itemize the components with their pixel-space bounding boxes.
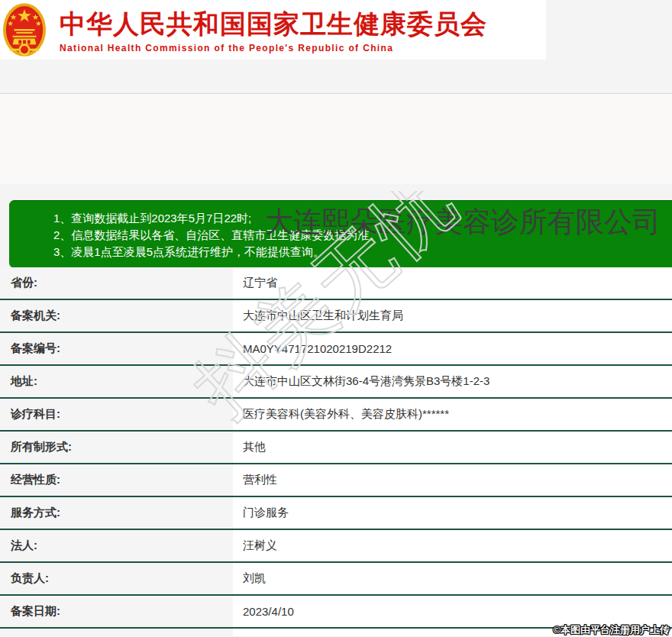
field-value: 其他: [233, 432, 672, 463]
table-row-service-mode: 服务方式: 门诊服务: [0, 497, 672, 530]
table-row-ownership-type: 所有制形式: 其他: [0, 432, 672, 464]
table-row-medical-subjects: 诊疗科目: 医疗美容科(美容外科、美容皮肤科)******: [0, 399, 672, 432]
field-value: 门诊服务: [233, 497, 672, 529]
site-header: 中华人民共和国国家卫生健康委员会 National Health Commiss…: [0, 0, 546, 60]
table-row-province: 省份: 辽宁省: [0, 267, 672, 300]
field-value: 医疗美容科(美容外科、美容皮肤科)******: [233, 399, 672, 430]
site-title-english: National Health Commission of the People…: [60, 43, 541, 53]
field-label: 诊疗科目:: [0, 399, 233, 430]
field-label: 备案机关:: [0, 300, 233, 331]
field-value: 刘凯: [233, 563, 672, 594]
table-row-person-in-charge: 负责人: 刘凯: [0, 563, 672, 596]
field-value: 大连市中山区卫生和计划生育局: [233, 300, 672, 331]
table-row-filing-number: 备案编号: MA0YY471721020219D2212: [0, 333, 672, 366]
field-label: 服务方式:: [0, 497, 233, 529]
notice-band: 1、查询数据截止到2023年5月7日22时; 2、信息数据结果以各省、自治区、直…: [0, 93, 672, 184]
image-attribution-stamp: ©本图由平台注册用户上传: [553, 623, 670, 637]
notice-line-3: 3、凌晨1点至凌晨5点系统进行维护，不能提供查询。: [53, 244, 672, 260]
field-label: 备案日期:: [0, 596, 233, 627]
field-value: 营利性: [233, 464, 672, 496]
field-label: 负责人:: [0, 563, 233, 594]
registration-detail-table: 省份: 辽宁省 备案机关: 大连市中山区卫生和计划生育局 备案编号: MA0YY…: [0, 267, 672, 636]
site-title-chinese: 中华人民共和国国家卫生健康委员会: [60, 8, 541, 40]
table-row-legal-person: 法人: 汪树义: [0, 530, 672, 563]
field-value: 汪树义: [233, 530, 672, 561]
field-label: 备案编号:: [0, 333, 233, 364]
table-row-address: 地址: 大连市中山区文林街36-4号港湾隽景B3号楼1-2-3: [0, 366, 672, 399]
field-label: 省份:: [0, 267, 233, 299]
field-label: 所有制形式:: [0, 432, 233, 463]
table-row-business-nature: 经营性质: 营利性: [0, 464, 672, 497]
table-row-filing-authority: 备案机关: 大连市中山区卫生和计划生育局: [0, 300, 672, 333]
field-label: 法人:: [0, 530, 233, 561]
field-value: 2023/4/10: [233, 596, 672, 627]
field-value: 大连市中山区文林街36-4号港湾隽景B3号楼1-2-3: [233, 366, 672, 397]
china-national-emblem-icon: [2, 2, 47, 57]
page: 中华人民共和国国家卫生健康委员会 National Health Commiss…: [0, 0, 672, 637]
field-label: 经营性质:: [0, 464, 233, 496]
header-titles: 中华人民共和国国家卫生健康委员会 National Health Commiss…: [60, 8, 541, 53]
field-label: 地址:: [0, 366, 233, 397]
field-label: [0, 629, 233, 636]
field-value: MA0YY471721020219D2212: [233, 333, 672, 364]
field-value: 辽宁省: [233, 267, 672, 299]
organization-name-title: 大连熙朵医疗美容诊所有限公司: [265, 203, 661, 241]
